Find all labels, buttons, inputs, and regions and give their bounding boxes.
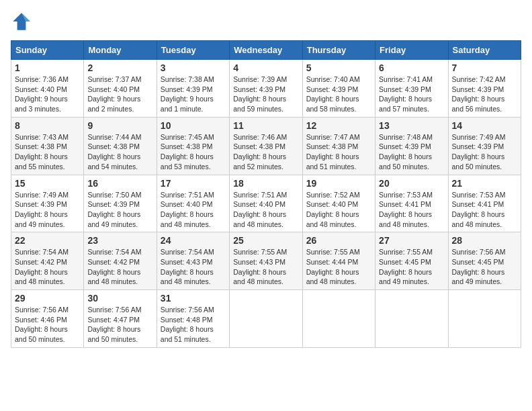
calendar-cell: 1 Sunrise: 7:36 AMSunset: 4:40 PMDayligh… [11,60,84,118]
calendar-cell: 15 Sunrise: 7:49 AMSunset: 4:39 PMDaylig… [11,175,84,232]
weekday-header: Friday [375,41,448,60]
calendar-cell: 12 Sunrise: 7:47 AMSunset: 4:38 PMDaylig… [302,117,375,175]
calendar-cell: 7 Sunrise: 7:42 AMSunset: 4:39 PMDayligh… [448,60,521,118]
weekday-header: Saturday [448,41,521,60]
calendar-cell: 5 Sunrise: 7:40 AMSunset: 4:39 PMDayligh… [302,60,375,118]
day-number: 16 [87,178,152,189]
calendar-cell [375,290,448,348]
day-number: 5 [306,62,371,73]
day-info: Sunrise: 7:56 AMSunset: 4:46 PMDaylight:… [15,306,69,343]
day-info: Sunrise: 7:51 AMSunset: 4:40 PMDaylight:… [233,191,287,228]
calendar-cell: 3 Sunrise: 7:38 AMSunset: 4:39 PMDayligh… [157,60,229,118]
calendar-header-row: SundayMondayTuesdayWednesdayThursdayFrid… [11,41,521,60]
day-info: Sunrise: 7:38 AMSunset: 4:39 PMDaylight:… [161,75,214,113]
calendar-cell: 20 Sunrise: 7:53 AMSunset: 4:41 PMDaylig… [375,175,448,232]
weekday-header: Sunday [11,41,84,60]
day-number: 18 [233,178,298,189]
day-number: 11 [233,120,298,131]
day-number: 19 [306,178,371,189]
calendar-cell: 6 Sunrise: 7:41 AMSunset: 4:39 PMDayligh… [375,60,448,118]
day-info: Sunrise: 7:44 AMSunset: 4:38 PMDaylight:… [87,133,141,171]
weekday-header: Monday [84,41,157,60]
day-info: Sunrise: 7:51 AMSunset: 4:40 PMDaylight:… [161,191,214,228]
day-number: 29 [15,293,80,304]
page-header [11,11,521,32]
day-info: Sunrise: 7:50 AMSunset: 4:39 PMDaylight:… [87,191,141,228]
day-info: Sunrise: 7:54 AMSunset: 4:42 PMDaylight:… [15,248,69,285]
day-number: 23 [87,235,152,246]
day-number: 17 [161,178,226,189]
calendar-cell: 14 Sunrise: 7:49 AMSunset: 4:39 PMDaylig… [448,117,521,175]
calendar-cell: 16 Sunrise: 7:50 AMSunset: 4:39 PMDaylig… [84,175,157,232]
day-number: 9 [87,120,152,131]
calendar-cell: 26 Sunrise: 7:55 AMSunset: 4:44 PMDaylig… [302,232,375,290]
day-number: 8 [15,120,80,131]
calendar-cell: 10 Sunrise: 7:45 AMSunset: 4:38 PMDaylig… [157,117,229,175]
calendar-cell [230,290,302,348]
calendar-cell: 28 Sunrise: 7:56 AMSunset: 4:45 PMDaylig… [448,232,521,290]
weekday-header: Thursday [302,41,375,60]
day-number: 6 [379,62,444,73]
calendar-cell: 11 Sunrise: 7:46 AMSunset: 4:38 PMDaylig… [230,117,302,175]
day-number: 2 [87,62,152,73]
calendar-cell [302,290,375,348]
day-info: Sunrise: 7:40 AMSunset: 4:39 PMDaylight:… [306,75,360,113]
day-number: 7 [452,62,517,73]
calendar-week-row: 8 Sunrise: 7:43 AMSunset: 4:38 PMDayligh… [11,117,521,175]
day-info: Sunrise: 7:39 AMSunset: 4:39 PMDaylight:… [233,75,287,113]
day-number: 26 [306,235,371,246]
day-info: Sunrise: 7:56 AMSunset: 4:48 PMDaylight:… [161,306,214,343]
weekday-header: Tuesday [157,41,229,60]
calendar-cell: 2 Sunrise: 7:37 AMSunset: 4:40 PMDayligh… [84,60,157,118]
day-number: 10 [161,120,226,131]
calendar-cell: 8 Sunrise: 7:43 AMSunset: 4:38 PMDayligh… [11,117,84,175]
calendar-cell: 23 Sunrise: 7:54 AMSunset: 4:42 PMDaylig… [84,232,157,290]
day-info: Sunrise: 7:55 AMSunset: 4:45 PMDaylight:… [379,248,433,285]
day-number: 14 [452,120,517,131]
day-info: Sunrise: 7:56 AMSunset: 4:45 PMDaylight:… [452,248,506,285]
calendar-cell: 27 Sunrise: 7:55 AMSunset: 4:45 PMDaylig… [375,232,448,290]
day-info: Sunrise: 7:36 AMSunset: 4:40 PMDaylight:… [15,75,69,113]
calendar-cell [448,290,521,348]
calendar-cell: 21 Sunrise: 7:53 AMSunset: 4:41 PMDaylig… [448,175,521,232]
day-number: 20 [379,178,444,189]
logo-icon [11,11,32,32]
calendar-cell: 13 Sunrise: 7:48 AMSunset: 4:39 PMDaylig… [375,117,448,175]
day-number: 3 [161,62,226,73]
logo [11,11,35,32]
day-info: Sunrise: 7:47 AMSunset: 4:38 PMDaylight:… [306,133,360,171]
day-number: 1 [15,62,80,73]
day-info: Sunrise: 7:49 AMSunset: 4:39 PMDaylight:… [15,191,69,228]
day-info: Sunrise: 7:52 AMSunset: 4:40 PMDaylight:… [306,191,360,228]
calendar-cell: 17 Sunrise: 7:51 AMSunset: 4:40 PMDaylig… [157,175,229,232]
day-info: Sunrise: 7:55 AMSunset: 4:44 PMDaylight:… [306,248,360,285]
calendar-cell: 31 Sunrise: 7:56 AMSunset: 4:48 PMDaylig… [157,290,229,348]
calendar-cell: 30 Sunrise: 7:56 AMSunset: 4:47 PMDaylig… [84,290,157,348]
calendar-week-row: 15 Sunrise: 7:49 AMSunset: 4:39 PMDaylig… [11,175,521,232]
day-number: 27 [379,235,444,246]
day-number: 22 [15,235,80,246]
day-number: 12 [306,120,371,131]
day-number: 28 [452,235,517,246]
day-number: 31 [161,293,226,304]
day-number: 25 [233,235,298,246]
calendar-cell: 22 Sunrise: 7:54 AMSunset: 4:42 PMDaylig… [11,232,84,290]
day-number: 13 [379,120,444,131]
day-info: Sunrise: 7:55 AMSunset: 4:43 PMDaylight:… [233,248,287,285]
calendar-week-row: 29 Sunrise: 7:56 AMSunset: 4:46 PMDaylig… [11,290,521,348]
day-info: Sunrise: 7:49 AMSunset: 4:39 PMDaylight:… [452,133,506,171]
calendar-cell: 24 Sunrise: 7:54 AMSunset: 4:43 PMDaylig… [157,232,229,290]
day-number: 15 [15,178,80,189]
day-info: Sunrise: 7:37 AMSunset: 4:40 PMDaylight:… [87,75,141,113]
calendar-cell: 9 Sunrise: 7:44 AMSunset: 4:38 PMDayligh… [84,117,157,175]
day-info: Sunrise: 7:48 AMSunset: 4:39 PMDaylight:… [379,133,433,171]
calendar-cell: 25 Sunrise: 7:55 AMSunset: 4:43 PMDaylig… [230,232,302,290]
day-info: Sunrise: 7:56 AMSunset: 4:47 PMDaylight:… [87,306,141,343]
day-info: Sunrise: 7:45 AMSunset: 4:38 PMDaylight:… [161,133,214,171]
calendar-week-row: 1 Sunrise: 7:36 AMSunset: 4:40 PMDayligh… [11,60,521,118]
calendar-table: SundayMondayTuesdayWednesdayThursdayFrid… [11,40,521,348]
day-info: Sunrise: 7:42 AMSunset: 4:39 PMDaylight:… [452,75,506,113]
day-number: 30 [87,293,152,304]
day-info: Sunrise: 7:43 AMSunset: 4:38 PMDaylight:… [15,133,69,171]
day-number: 24 [161,235,226,246]
